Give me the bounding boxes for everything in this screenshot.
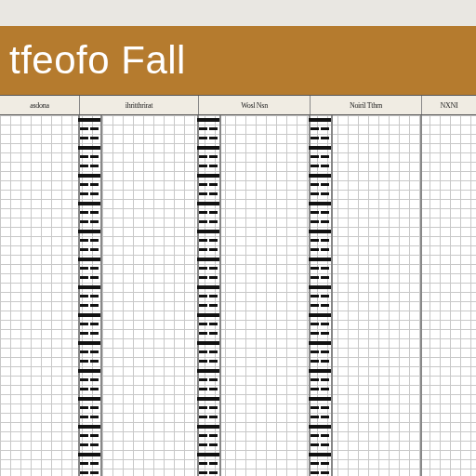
tick-mark [199, 211, 207, 214]
tick-mark [311, 276, 319, 279]
tick-mark [88, 397, 100, 401]
tick-mark [311, 443, 319, 446]
grid-lines [0, 115, 476, 476]
tick-mark [199, 276, 207, 279]
tick-mark [88, 341, 100, 345]
tick-mark [209, 434, 218, 437]
spreadsheet-grid[interactable] [0, 115, 476, 476]
title-bar: tfeofo Fall [0, 26, 476, 95]
tick-mark [90, 350, 99, 353]
binding-tick-column [320, 115, 330, 476]
tick-mark [199, 304, 207, 307]
tick-mark [319, 174, 331, 178]
tick-mark [321, 211, 329, 214]
tick-mark [199, 378, 207, 381]
tick-mark [209, 127, 218, 130]
tick-mark [90, 211, 99, 214]
column-separator [420, 115, 422, 476]
tick-mark [80, 434, 88, 437]
tick-mark [321, 220, 329, 223]
tick-mark [311, 304, 319, 307]
tick-mark [80, 378, 88, 381]
tick-mark [321, 332, 329, 335]
tick-mark [90, 332, 99, 335]
tick-mark [209, 295, 218, 298]
tick-mark [311, 360, 319, 363]
column-header[interactable]: Wosl Nsn [198, 96, 310, 114]
tick-mark [209, 276, 218, 279]
tick-mark [80, 471, 88, 474]
tick-mark [90, 137, 99, 139]
tick-mark [80, 323, 88, 325]
binding-tick-column [208, 115, 218, 476]
tick-mark [209, 192, 218, 195]
tick-mark [90, 127, 99, 130]
tick-mark [199, 267, 207, 270]
tick-mark [199, 360, 207, 363]
tick-mark [319, 425, 331, 429]
tick-mark [209, 137, 218, 139]
tick-mark [209, 443, 218, 446]
tick-mark [199, 332, 207, 335]
tick-mark [319, 258, 331, 261]
tick-mark [321, 443, 329, 446]
tick-mark [80, 239, 88, 242]
tick-mark [80, 406, 88, 409]
tick-mark [311, 471, 319, 474]
tick-mark [207, 174, 219, 178]
tick-mark [209, 183, 218, 186]
tick-mark [311, 220, 319, 223]
tick-mark [311, 416, 319, 418]
tick-mark [199, 127, 207, 130]
binding-tick-column [79, 115, 89, 476]
tick-mark [319, 118, 331, 122]
tick-mark [88, 146, 100, 150]
column-header[interactable]: asdona [0, 96, 79, 114]
tick-mark [90, 295, 99, 298]
tick-mark [90, 471, 99, 474]
tick-mark [321, 323, 329, 325]
column-header[interactable]: ihritthrirat [79, 96, 198, 114]
column-header-row: asdona ihritthrirat Wosl Nsn Noiril Tthr… [0, 95, 476, 115]
tick-mark [90, 416, 99, 418]
window-chrome-strip [0, 0, 476, 26]
tick-mark [88, 369, 100, 373]
tick-mark [321, 267, 329, 270]
tick-mark [321, 388, 329, 390]
column-header[interactable]: Noiril Tthrn [310, 96, 421, 114]
tick-mark [90, 443, 99, 446]
tick-mark [311, 192, 319, 195]
tick-mark [207, 425, 219, 429]
tick-mark [88, 230, 100, 233]
tick-mark [90, 304, 99, 307]
tick-mark [209, 388, 218, 390]
tick-mark [80, 211, 88, 214]
app-window: tfeofo Fall asdona ihritthrirat Wosl Nsn… [0, 0, 476, 476]
tick-mark [80, 220, 88, 223]
tick-mark [199, 165, 207, 167]
tick-mark [319, 202, 331, 205]
tick-mark [319, 397, 331, 401]
tick-mark [199, 323, 207, 325]
tick-mark [90, 434, 99, 437]
column-separator [331, 115, 333, 476]
tick-mark [207, 230, 219, 233]
tick-mark [199, 350, 207, 353]
tick-mark [80, 183, 88, 186]
tick-mark [209, 360, 218, 363]
tick-mark [321, 155, 329, 158]
tick-mark [311, 239, 319, 242]
tick-mark [311, 211, 319, 214]
tick-mark [207, 397, 219, 401]
tick-mark [90, 239, 99, 242]
tick-mark [199, 295, 207, 298]
tick-mark [199, 137, 207, 139]
tick-mark [321, 165, 329, 167]
tick-mark [311, 462, 319, 465]
tick-mark [88, 285, 100, 289]
tick-mark [90, 155, 99, 158]
tick-mark [207, 118, 219, 122]
tick-mark [319, 313, 331, 317]
tick-mark [209, 378, 218, 381]
column-header[interactable]: NXNI [421, 96, 476, 114]
